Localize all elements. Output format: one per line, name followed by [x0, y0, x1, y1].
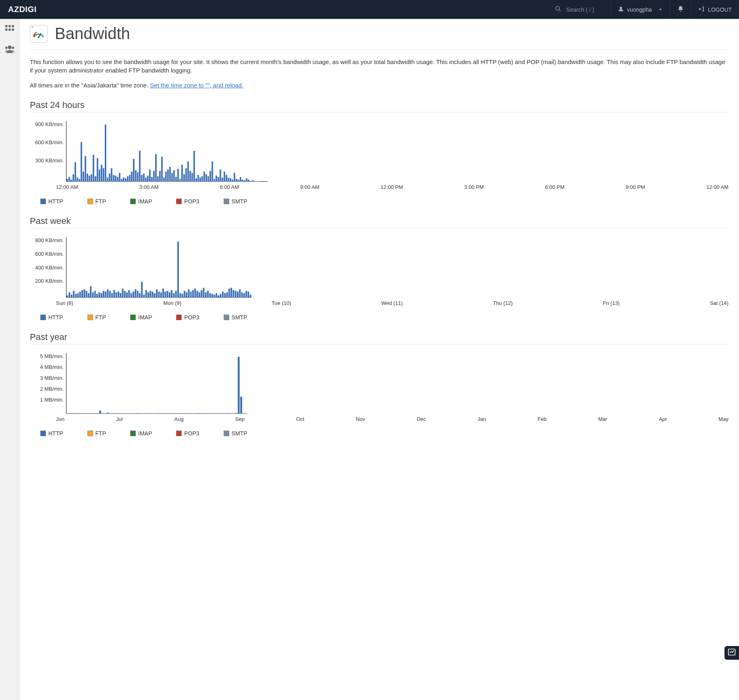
svg-rect-147: [137, 291, 138, 298]
svg-rect-229: [137, 413, 139, 414]
apps-grid-icon[interactable]: [4, 24, 15, 36]
legend-swatch: [130, 199, 136, 204]
svg-rect-263: [223, 413, 225, 414]
intro-text: This function allows you to see the band…: [30, 58, 729, 75]
svg-rect-61: [161, 157, 163, 182]
y-tick: 5 MB/min.: [40, 353, 64, 359]
svg-point-0: [556, 6, 559, 10]
timezone-prefix: All times are in the "Asia/Jakarta" time…: [30, 82, 150, 89]
svg-rect-40: [119, 173, 120, 182]
legend-label: FTP: [95, 314, 106, 321]
svg-rect-172: [190, 292, 192, 298]
users-icon[interactable]: [4, 43, 15, 56]
page-header: Bandwidth: [30, 25, 729, 50]
legend-smtp: SMTP: [224, 314, 247, 321]
x-tick: Nov: [356, 416, 365, 422]
svg-rect-174: [194, 289, 196, 298]
notifications-button[interactable]: [670, 0, 691, 19]
svg-rect-134: [109, 291, 111, 298]
svg-rect-90: [220, 170, 221, 182]
svg-rect-115: [69, 292, 70, 298]
svg-rect-59: [157, 176, 159, 182]
x-tick: Apr: [659, 416, 667, 422]
svg-rect-38: [115, 176, 116, 182]
username-label: vuongpha: [627, 6, 652, 13]
main-content: Bandwidth This function allows you to se…: [19, 19, 739, 700]
plot-area: [66, 121, 268, 182]
svg-rect-182: [212, 294, 213, 298]
x-tick: Dec: [417, 416, 426, 422]
y-tick: 1 MB/min.: [40, 397, 64, 403]
svg-rect-85: [210, 171, 211, 182]
svg-rect-130: [101, 293, 102, 298]
x-tick: 12:00 AM: [56, 184, 78, 190]
svg-rect-230: [139, 413, 141, 414]
svg-rect-256: [205, 413, 207, 414]
svg-rect-57: [153, 171, 155, 182]
svg-rect-151: [145, 290, 147, 298]
x-tick: 12:00 PM: [381, 184, 403, 190]
legend-imap: IMAP: [130, 430, 152, 437]
svg-rect-35: [109, 174, 110, 182]
legend-label: POP3: [184, 314, 199, 321]
svg-rect-30: [99, 170, 100, 182]
legend-swatch: [40, 431, 46, 436]
svg-rect-70: [179, 179, 181, 182]
x-tick: Fri (13): [603, 300, 620, 306]
svg-rect-183: [214, 295, 215, 298]
legend-swatch: [87, 315, 93, 320]
brand-logo[interactable]: AZDIGI: [0, 5, 45, 14]
x-tick: Wed (11): [381, 300, 403, 306]
stats-float-button[interactable]: [724, 646, 739, 660]
svg-rect-65: [169, 167, 171, 182]
svg-rect-17: [73, 174, 74, 182]
svg-rect-5: [12, 25, 14, 27]
svg-rect-232: [145, 413, 147, 414]
svg-rect-21: [81, 142, 82, 182]
search-input[interactable]: [566, 6, 602, 13]
svg-rect-210: [89, 413, 91, 414]
svg-rect-195: [239, 289, 241, 298]
svg-rect-223: [122, 413, 124, 414]
svg-rect-109: [258, 181, 259, 182]
svg-rect-191: [230, 288, 232, 298]
svg-rect-157: [158, 292, 160, 298]
section-past-year: Past year: [30, 332, 729, 344]
svg-rect-108: [256, 181, 257, 182]
logout-label: LOGOUT: [708, 6, 732, 13]
svg-rect-103: [246, 178, 247, 182]
x-tick: Mar: [598, 416, 607, 422]
legend-label: SMTP: [232, 430, 247, 437]
section-past-week: Past week: [30, 216, 729, 228]
user-menu[interactable]: vuongpha: [610, 0, 670, 19]
search-wrap[interactable]: [548, 0, 610, 19]
svg-rect-262: [220, 413, 222, 414]
svg-rect-212: [94, 413, 96, 414]
svg-rect-4: [8, 25, 10, 27]
svg-rect-204: [74, 413, 76, 414]
svg-rect-246: [180, 413, 182, 414]
svg-rect-170: [186, 292, 187, 298]
svg-line-1: [559, 10, 560, 11]
svg-rect-145: [133, 292, 134, 298]
svg-rect-64: [167, 170, 169, 182]
svg-rect-98: [236, 179, 237, 182]
svg-rect-267: [233, 413, 235, 414]
svg-rect-62: [163, 178, 165, 182]
set-timezone-link[interactable]: Set the time zone to "", and reload.: [150, 82, 243, 89]
legend-swatch: [87, 431, 93, 436]
svg-point-9: [8, 46, 11, 49]
svg-rect-261: [218, 413, 220, 414]
svg-rect-187: [222, 292, 224, 298]
svg-rect-3: [5, 25, 7, 27]
svg-rect-251: [193, 413, 195, 414]
logout-button[interactable]: LOGOUT: [691, 0, 739, 19]
svg-rect-260: [215, 413, 217, 414]
svg-rect-8: [12, 29, 14, 31]
svg-rect-173: [192, 290, 194, 298]
svg-rect-160: [164, 292, 166, 298]
legend-label: SMTP: [232, 198, 247, 205]
svg-rect-33: [105, 124, 106, 182]
svg-rect-268: [235, 413, 237, 414]
svg-rect-126: [92, 292, 93, 298]
